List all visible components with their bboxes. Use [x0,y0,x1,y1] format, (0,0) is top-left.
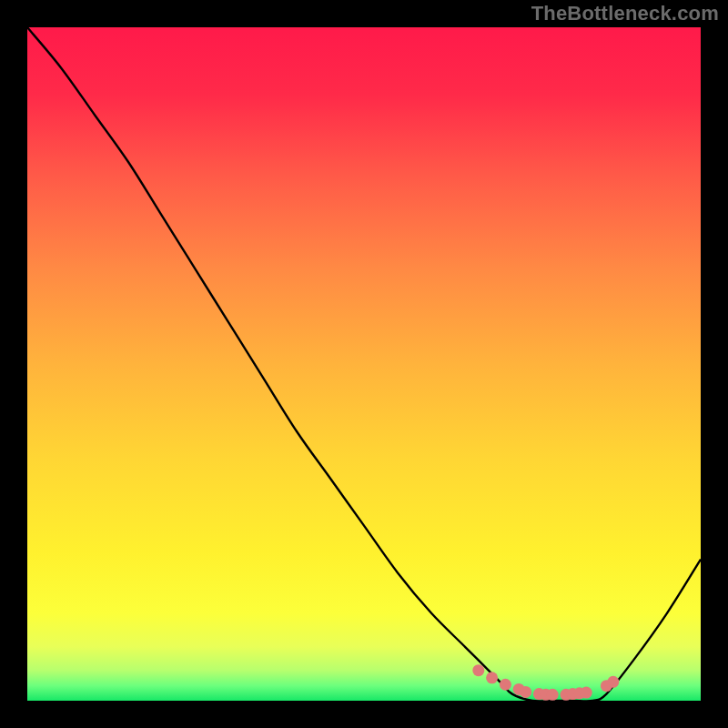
gradient-background [27,27,701,701]
optimal-dot [472,664,484,676]
chart-root: TheBottleneck.com [0,0,728,728]
watermark-text: TheBottleneck.com [531,2,719,25]
optimal-dot [520,686,531,698]
optimal-dot [486,672,498,683]
optimal-dot [581,687,592,699]
bottleneck-chart [0,0,728,728]
optimal-dot [607,676,619,688]
optimal-dot [500,679,511,691]
optimal-dot [547,689,559,701]
